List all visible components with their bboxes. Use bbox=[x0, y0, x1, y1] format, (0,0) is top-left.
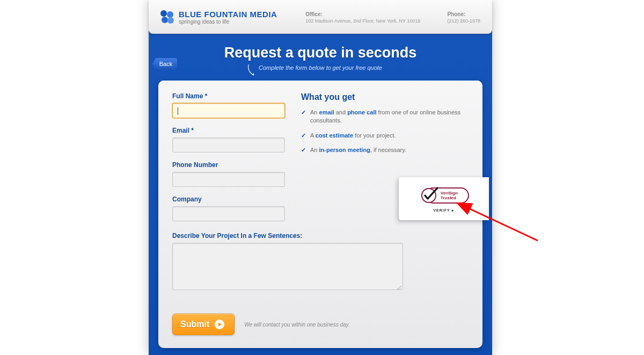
logo-text: BLUE FOUNTAIN MEDIA springing ideas to l… bbox=[179, 10, 277, 25]
verify-label: VERIFY ▸ bbox=[433, 208, 454, 213]
full-name-label: Full Name * bbox=[172, 92, 285, 100]
text-caret bbox=[178, 107, 178, 115]
trust-badge[interactable]: VeriSign Trusted VERIFY ▸ bbox=[399, 177, 489, 220]
email-input[interactable] bbox=[172, 137, 285, 153]
benefit-item: ✓ A cost estimate for your project. bbox=[301, 132, 469, 140]
phone-label: Phone: bbox=[447, 11, 480, 17]
project-label: Describe Your Project In a Few Sentences… bbox=[172, 232, 469, 240]
check-icon: ✓ bbox=[301, 146, 306, 154]
check-icon: ✓ bbox=[301, 108, 306, 125]
submit-note: We will contact you within one business … bbox=[244, 322, 349, 328]
benefit-item: ✓ An email and phone call from one of ou… bbox=[301, 108, 469, 125]
check-icon: ✓ bbox=[301, 132, 306, 140]
play-icon bbox=[215, 320, 224, 329]
logo-icon bbox=[160, 10, 174, 24]
svg-point-1 bbox=[422, 189, 436, 202]
phone-block: Phone: (212) 260-1978 bbox=[447, 11, 480, 24]
submit-button[interactable]: Submit bbox=[172, 314, 235, 335]
phone-number-label: Phone Number bbox=[172, 161, 285, 169]
brand-name: BLUE FOUNTAIN MEDIA bbox=[179, 10, 277, 19]
phone-value: (212) 260-1978 bbox=[447, 18, 480, 24]
email-label: Email * bbox=[172, 127, 285, 134]
office-value: 102 Madison Avenue, 2nd Floor, New York,… bbox=[305, 18, 420, 24]
project-textarea[interactable] bbox=[172, 243, 403, 290]
benefits-title: What you get bbox=[301, 92, 469, 102]
company-input[interactable] bbox=[172, 206, 285, 221]
resize-handle-icon[interactable] bbox=[396, 285, 401, 290]
benefit-item: ✓ An in-person meeting, if necessary. bbox=[301, 146, 469, 154]
brand-tagline: springing ideas to life bbox=[179, 19, 277, 25]
svg-text:Trusted: Trusted bbox=[441, 195, 456, 200]
page-subtitle: Complete the form below to get your free… bbox=[149, 64, 492, 71]
submit-label: Submit bbox=[180, 320, 209, 329]
svg-text:VeriSign: VeriSign bbox=[441, 191, 458, 195]
page-title: Request a quote in seconds bbox=[149, 45, 492, 61]
header-contact: Office: 102 Madison Avenue, 2nd Floor, N… bbox=[305, 11, 480, 24]
logo: BLUE FOUNTAIN MEDIA springing ideas to l… bbox=[160, 10, 277, 25]
office-label: Office: bbox=[305, 11, 420, 17]
company-label: Company bbox=[172, 195, 285, 203]
header-bar: BLUE FOUNTAIN MEDIA springing ideas to l… bbox=[149, 0, 492, 34]
phone-input[interactable] bbox=[172, 172, 285, 187]
full-name-input[interactable] bbox=[172, 103, 285, 118]
quote-form-card: Full Name * Email * Phone Number Company bbox=[158, 81, 482, 348]
office-block: Office: 102 Madison Avenue, 2nd Floor, N… bbox=[305, 11, 420, 24]
curved-arrow-icon bbox=[246, 63, 259, 77]
form-fields: Full Name * Email * Phone Number Company bbox=[172, 92, 285, 230]
app-container: BLUE FOUNTAIN MEDIA springing ideas to l… bbox=[149, 0, 492, 355]
verisign-icon: VeriSign Trusted bbox=[418, 185, 470, 207]
